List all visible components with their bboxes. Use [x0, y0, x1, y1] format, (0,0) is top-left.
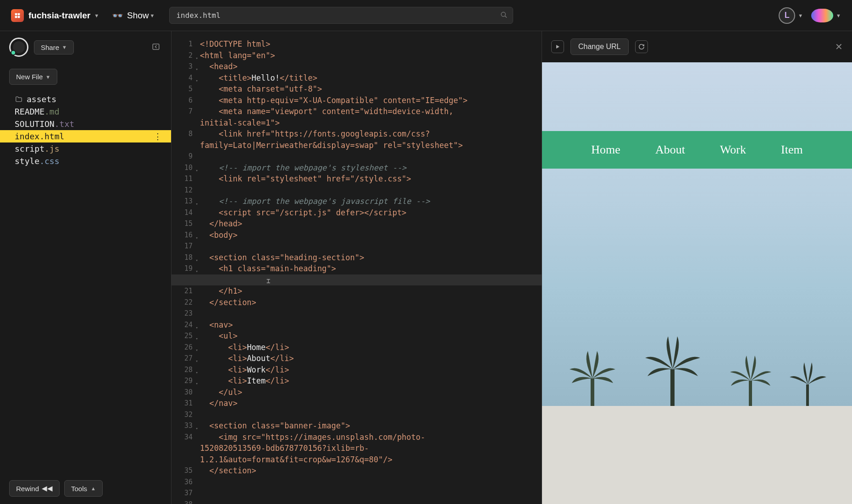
- svg-rect-9: [670, 369, 675, 406]
- share-button[interactable]: Share ▼: [34, 40, 74, 55]
- file-item-script[interactable]: script.js: [0, 142, 171, 155]
- preview-nav: HomeAboutWorkItem: [542, 131, 852, 169]
- user-avatar-1[interactable]: L ▼: [779, 7, 803, 24]
- more-icon[interactable]: ⋮: [154, 131, 162, 141]
- nav-link-home[interactable]: Home: [591, 143, 620, 157]
- svg-rect-2: [15, 16, 17, 18]
- rewind-button[interactable]: Rewind ◀◀: [9, 480, 60, 497]
- project-name[interactable]: fuchsia-trawler: [28, 11, 90, 21]
- chevron-down-icon: ▼: [150, 13, 155, 18]
- profile-avatar[interactable]: [9, 38, 28, 57]
- show-button[interactable]: 👓 Show ▼: [112, 10, 155, 21]
- folder-icon: [15, 94, 23, 104]
- svg-rect-10: [749, 381, 752, 406]
- search-bar: [169, 7, 513, 24]
- svg-rect-1: [18, 13, 20, 15]
- preview-content: HomeAboutWorkItem: [542, 62, 852, 504]
- nav-link-work[interactable]: Work: [720, 143, 746, 157]
- chevron-down-icon: ▼: [836, 13, 841, 18]
- top-bar: fuchsia-trawler ▼ 👓 Show ▼ L ▼ ▼: [0, 0, 852, 31]
- svg-rect-11: [806, 384, 809, 406]
- svg-rect-8: [591, 378, 594, 406]
- file-item-assets[interactable]: assets: [0, 93, 171, 105]
- new-file-button[interactable]: New File ▼: [9, 69, 57, 85]
- user-avatar-2[interactable]: ▼: [811, 9, 841, 22]
- sidebar: Share ▼ New File ▼ assetsREADME.mdSOLUTI…: [0, 31, 172, 504]
- search-icon[interactable]: [500, 11, 508, 20]
- file-item-README[interactable]: README.md: [0, 105, 171, 118]
- chevron-up-icon: ▲: [91, 486, 96, 491]
- preview-pane: Change URL ✕ HomeAboutWorkItem: [542, 31, 852, 504]
- play-icon[interactable]: [551, 40, 564, 53]
- code-editor[interactable]: 12▾3▾4▾5678910▾111213▾141516▾1718▾19▾202…: [172, 31, 542, 504]
- glasses-icon: 👓: [112, 10, 123, 21]
- project-logo: [11, 9, 24, 22]
- show-label: Show: [127, 11, 149, 21]
- svg-point-4: [501, 12, 505, 16]
- svg-rect-6: [153, 44, 159, 49]
- refresh-icon[interactable]: [635, 40, 648, 53]
- search-input[interactable]: [169, 7, 513, 24]
- svg-rect-0: [15, 13, 17, 15]
- nav-link-about[interactable]: About: [655, 143, 685, 157]
- rewind-icon: ◀◀: [42, 484, 53, 493]
- file-tree: assetsREADME.mdSOLUTION.txtindex.html⋮sc…: [0, 93, 171, 473]
- nav-link-item[interactable]: Item: [781, 143, 803, 157]
- file-item-SOLUTION[interactable]: SOLUTION.txt: [0, 118, 171, 130]
- online-status-dot: [11, 50, 16, 55]
- svg-line-5: [505, 16, 507, 17]
- text-cursor-icon: ⌶: [266, 275, 270, 287]
- file-item-style[interactable]: style.css: [0, 155, 171, 167]
- change-url-button[interactable]: Change URL: [570, 38, 629, 55]
- chevron-down-icon[interactable]: ▼: [94, 13, 99, 18]
- svg-marker-7: [556, 45, 559, 49]
- svg-rect-3: [18, 16, 20, 18]
- close-icon[interactable]: ✕: [835, 41, 843, 52]
- chevron-down-icon: ▼: [45, 74, 50, 80]
- tools-button[interactable]: Tools ▲: [64, 480, 103, 497]
- collapse-sidebar-icon[interactable]: [150, 41, 162, 54]
- file-item-index[interactable]: index.html⋮: [0, 130, 171, 142]
- chevron-down-icon: ▼: [798, 13, 803, 18]
- chevron-down-icon: ▼: [62, 44, 67, 50]
